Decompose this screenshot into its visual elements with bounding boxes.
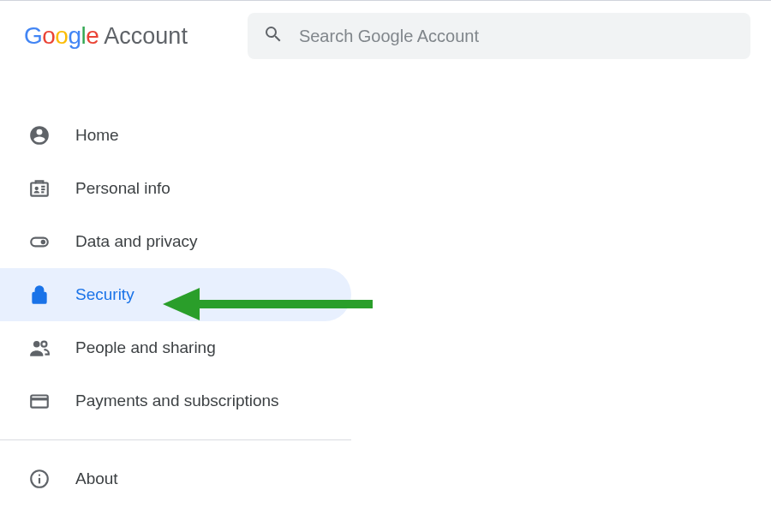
search-box[interactable] bbox=[248, 13, 750, 59]
sidebar-item-label: Security bbox=[75, 285, 134, 304]
sidebar-item-label: Home bbox=[75, 126, 119, 145]
sidebar-divider bbox=[0, 439, 351, 440]
sidebar-item-home[interactable]: Home bbox=[0, 109, 351, 162]
sidebar: Home Personal info Data and privacy Secu… bbox=[0, 75, 351, 505]
sidebar-item-label: Data and privacy bbox=[75, 232, 198, 251]
account-circle-icon bbox=[27, 123, 51, 147]
sidebar-item-label: Personal info bbox=[75, 179, 170, 198]
people-icon bbox=[27, 336, 51, 360]
svg-point-10 bbox=[41, 342, 46, 347]
search-icon bbox=[263, 24, 284, 48]
sidebar-item-data-privacy[interactable]: Data and privacy bbox=[0, 215, 351, 268]
logo-block: Google Account bbox=[24, 22, 188, 50]
svg-point-1 bbox=[35, 187, 39, 190]
sidebar-item-people-sharing[interactable]: People and sharing bbox=[0, 321, 351, 374]
product-name: Account bbox=[104, 23, 188, 50]
toggle-icon bbox=[27, 230, 51, 254]
sidebar-item-label: Payments and subscriptions bbox=[75, 392, 279, 410]
info-icon bbox=[27, 467, 51, 491]
search-input[interactable] bbox=[299, 27, 735, 46]
svg-rect-0 bbox=[31, 183, 48, 196]
svg-point-6 bbox=[41, 240, 45, 244]
sidebar-item-about[interactable]: About bbox=[0, 452, 351, 505]
google-logo: Google bbox=[24, 22, 99, 50]
id-card-icon bbox=[27, 176, 51, 200]
svg-point-15 bbox=[39, 475, 40, 476]
sidebar-item-security[interactable]: Security bbox=[0, 268, 351, 321]
svg-point-9 bbox=[33, 341, 40, 348]
svg-rect-8 bbox=[39, 296, 40, 299]
header: Google Account bbox=[0, 1, 771, 75]
sidebar-item-personal-info[interactable]: Personal info bbox=[0, 162, 351, 215]
sidebar-item-payments[interactable]: Payments and subscriptions bbox=[0, 374, 351, 427]
svg-rect-11 bbox=[31, 396, 48, 408]
sidebar-item-label: People and sharing bbox=[75, 338, 216, 357]
credit-card-icon bbox=[27, 389, 51, 413]
lock-icon bbox=[27, 283, 51, 307]
sidebar-item-label: About bbox=[75, 469, 118, 488]
